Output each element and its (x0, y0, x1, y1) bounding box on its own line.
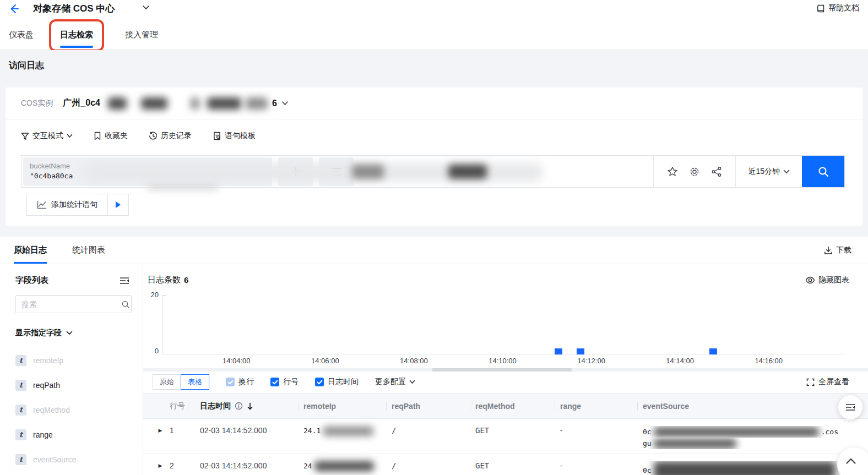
more-config-dropdown[interactable]: 更多配置 (375, 377, 415, 387)
chevron-down-icon (67, 134, 73, 138)
text-type-icon: t (15, 405, 26, 416)
query-action-icons (653, 156, 735, 187)
histogram-bar (577, 348, 584, 354)
col-header-reqMethod: reqMethod (470, 394, 555, 419)
field-item-range[interactable]: t range (15, 422, 137, 447)
active-tab-underline (60, 46, 93, 48)
redacted-value (654, 439, 736, 448)
field-item-reqPath[interactable]: t reqPath (15, 373, 137, 397)
table-view-button[interactable]: 表格 (181, 374, 209, 390)
col-header-range: range (555, 394, 637, 419)
log-table: 行号 日志时间 remoteIp reqPath reqMethod range… (143, 393, 868, 475)
field-item-eventSource[interactable]: t eventSource (15, 447, 137, 472)
query-editor[interactable]: bucketName "0c4ba80ca (23, 157, 272, 186)
page-body: 访问日志 COS实例 广州_0c4 6 (0, 50, 868, 475)
add-statistics-statement-button[interactable]: 添加统计语句 (26, 194, 129, 216)
instance-select[interactable]: 广州_0c4 6 (63, 96, 289, 111)
field-sidebar: 字段列表 显示指定字段 t remoteIp (0, 264, 143, 475)
query-field-hint: bucketName (30, 161, 265, 171)
line-number-checkbox[interactable]: 行号 (270, 377, 299, 387)
text-type-icon: t (15, 429, 26, 440)
book-icon (816, 4, 826, 13)
chevron-down-icon (783, 170, 790, 174)
search-button[interactable] (802, 156, 844, 187)
collapse-panel-icon[interactable] (120, 277, 129, 285)
field-list: t remoteIp t reqPath t reqMethod t (15, 348, 137, 472)
info-icon[interactable] (235, 402, 243, 410)
title-chevron-down-icon[interactable] (142, 5, 150, 10)
sort-desc-icon[interactable] (247, 402, 253, 410)
chevron-down-icon (66, 331, 73, 335)
run-statement-button[interactable] (107, 194, 128, 215)
page-title: 对象存储 COS 中心 (33, 2, 115, 15)
line-chart-icon (37, 200, 47, 209)
fullscreen-icon (806, 378, 815, 386)
filter-icon (21, 132, 29, 140)
tab-dashboard[interactable]: 仪表盘 (9, 21, 34, 49)
y-axis-tick: 0 (144, 347, 159, 355)
log-time-checkbox[interactable]: 日志时间 (315, 377, 359, 387)
show-specified-fields-toggle[interactable]: 显示指定字段 (15, 328, 73, 338)
fullscreen-button[interactable]: 全屏查看 (806, 377, 849, 387)
log-histogram (162, 295, 843, 355)
row-expander-icon[interactable]: ▶ (154, 419, 167, 433)
statement-list-button[interactable] (319, 157, 354, 186)
checkbox-checked-icon (226, 378, 235, 386)
tab-access-management[interactable]: 接入管理 (125, 21, 158, 49)
download-icon (824, 246, 833, 255)
table-row: ▶ 1 02-03 14:14:52.000 24.1 / GET - 0c.c… (143, 419, 868, 454)
query-value: "0c4ba80ca (30, 171, 265, 182)
query-toolbar: 交互模式 收藏夹 历史记录 语句模板 (6, 124, 862, 148)
time-range-select[interactable]: 近15分钟 (735, 156, 802, 187)
redacted-value (323, 427, 373, 436)
interact-mode-button[interactable]: 交互模式 (21, 131, 73, 141)
share-icon[interactable] (711, 166, 722, 177)
column-settings-button[interactable] (838, 395, 862, 419)
tab-log-search[interactable]: 日志检索 (60, 21, 93, 49)
search-bar: bucketName "0c4ba80ca (21, 155, 845, 188)
col-header-reqPath: reqPath (386, 394, 470, 419)
statement-template-button[interactable]: 语句模板 (213, 131, 256, 141)
favorites-button[interactable]: 收藏夹 (94, 131, 128, 141)
chevron-up-icon (845, 457, 856, 465)
history-clock-icon (149, 132, 158, 140)
chart-scrollbar-thumb[interactable] (432, 368, 572, 372)
history-button[interactable]: 历史记录 (149, 131, 192, 141)
search-icon (817, 166, 829, 178)
hide-chart-button[interactable]: 隐藏图表 (805, 275, 849, 285)
redacted-value (654, 461, 836, 475)
query-card: COS实例 广州_0c4 6 (6, 88, 862, 226)
col-header-lineno: 行号 (167, 394, 188, 419)
field-item-remoteIp[interactable]: t remoteIp (15, 348, 137, 373)
x-axis: 14:04:00 14:06:00 14:08:00 14:10:00 14:1… (162, 357, 843, 365)
app-root: 对象存储 COS 中心 帮助文档 仪表盘 日志检索 接入管理 访问日志 COS实… (0, 0, 868, 475)
checkbox-checked-icon (270, 378, 279, 386)
redacted-value (654, 428, 819, 436)
search-icon[interactable] (121, 300, 130, 309)
chevron-down-icon (409, 380, 415, 384)
table-row: ▶ 2 02-03 14:14:52.000 24 / GET - 0c (143, 454, 868, 475)
text-type-icon: t (15, 355, 26, 366)
tab-statistics-charts[interactable]: 统计图表 (72, 237, 105, 264)
section-title: 访问日志 (9, 60, 44, 72)
eye-icon (805, 276, 815, 284)
gear-icon[interactable] (689, 166, 700, 177)
play-icon (116, 201, 121, 208)
star-icon[interactable] (667, 166, 678, 177)
field-search-input[interactable] (21, 300, 121, 309)
wrap-checkbox[interactable]: 换行 (226, 377, 254, 387)
row-expander-icon[interactable]: ▶ (154, 454, 167, 468)
download-button[interactable]: 下载 (824, 237, 851, 264)
raw-view-button[interactable]: 原始 (153, 374, 181, 390)
back-icon[interactable] (8, 3, 20, 15)
col-header-logtime: 日志时间 (188, 394, 298, 419)
field-item-reqMethod[interactable]: t reqMethod (15, 397, 137, 422)
help-doc-link[interactable]: 帮助文档 (816, 3, 859, 13)
view-mode-segmented: 原始 表格 (153, 374, 209, 390)
histogram-bar (709, 348, 717, 354)
display-controls: 原始 表格 换行 行号 日志时间 (153, 374, 849, 390)
add-condition-button[interactable] (278, 157, 313, 186)
y-axis-tick: 20 (144, 291, 159, 299)
instance-label: COS实例 (21, 99, 53, 108)
tab-raw-logs[interactable]: 原始日志 (14, 237, 47, 264)
